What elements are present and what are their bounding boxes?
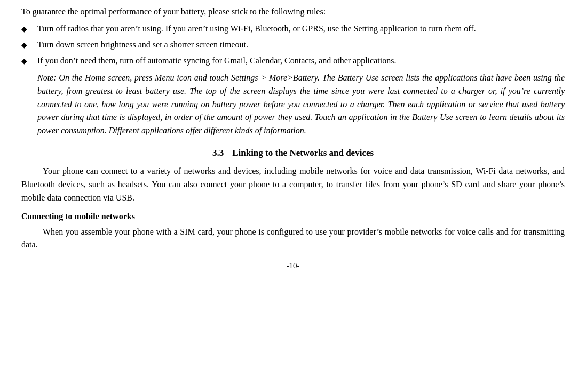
bullet-text-2: Turn down screen brightness and set a sh… — [37, 38, 565, 51]
paragraph-2: When you assemble your phone with a SIM … — [21, 226, 565, 252]
note-text: Note: On the Home screen, press Menu ico… — [37, 73, 565, 135]
page-content: To guarantee the optimal performance of … — [21, 5, 565, 270]
section-heading: 3.3Linking to the Networks and devices — [21, 146, 565, 160]
connecting-heading: Connecting to mobile networks — [21, 210, 565, 223]
page-number: -10- — [21, 261, 565, 270]
paragraph-1: Your phone can connect to a variety of n… — [21, 165, 565, 204]
bullet-diamond-icon: ◆ — [21, 39, 34, 51]
bullet-list: ◆ Turn off radios that you aren’t using.… — [21, 22, 565, 67]
section-number: 3.3 — [212, 148, 224, 158]
bullet-text-3: If you don’t need them, turn off automat… — [37, 54, 565, 67]
bullet-diamond-icon: ◆ — [21, 55, 34, 67]
intro-paragraph: To guarantee the optimal performance of … — [21, 5, 565, 18]
note-block: Note: On the Home screen, press Menu ico… — [37, 71, 565, 138]
section-title: Linking to the Networks and devices — [232, 148, 374, 158]
bullet-text-1: Turn off radios that you aren’t using. I… — [37, 22, 565, 35]
list-item: ◆ Turn down screen brightness and set a … — [21, 38, 565, 51]
list-item: ◆ Turn off radios that you aren’t using.… — [21, 22, 565, 35]
bullet-diamond-icon: ◆ — [21, 23, 34, 35]
list-item: ◆ If you don’t need them, turn off autom… — [21, 54, 565, 67]
